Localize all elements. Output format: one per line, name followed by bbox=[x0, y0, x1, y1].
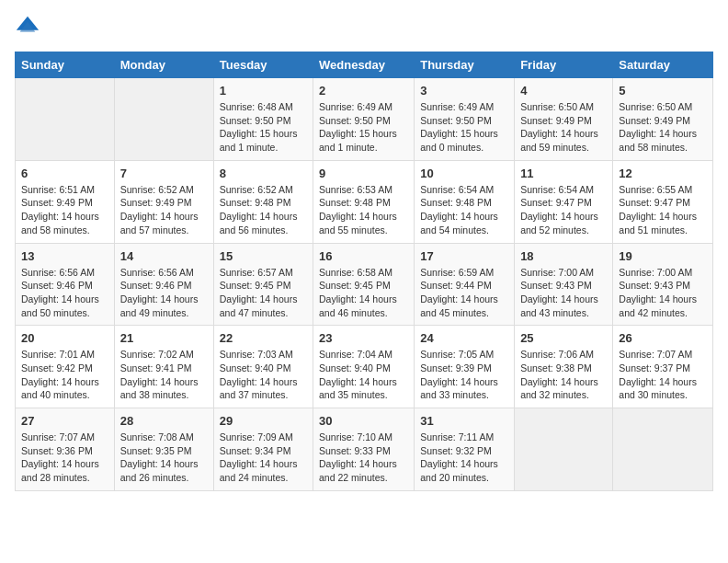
page-header bbox=[15, 15, 713, 40]
day-info: Sunrise: 6:50 AM Sunset: 9:49 PM Dayligh… bbox=[520, 100, 607, 155]
day-info: Sunrise: 7:06 AM Sunset: 9:38 PM Dayligh… bbox=[520, 348, 607, 402]
col-header-sunday: Sunday bbox=[16, 52, 115, 78]
day-info: Sunrise: 7:09 AM Sunset: 9:34 PM Dayligh… bbox=[220, 431, 307, 485]
logo-icon bbox=[15, 15, 40, 40]
calendar-week-row: 20Sunrise: 7:01 AM Sunset: 9:42 PM Dayli… bbox=[16, 326, 713, 408]
calendar-week-row: 13Sunrise: 6:56 AM Sunset: 9:46 PM Dayli… bbox=[16, 243, 713, 326]
calendar-cell: 26Sunrise: 7:07 AM Sunset: 9:37 PM Dayli… bbox=[613, 326, 713, 408]
day-info: Sunrise: 6:52 AM Sunset: 9:49 PM Dayligh… bbox=[120, 183, 208, 237]
day-info: Sunrise: 7:08 AM Sunset: 9:35 PM Dayligh… bbox=[120, 431, 208, 485]
day-info: Sunrise: 6:50 AM Sunset: 9:49 PM Dayligh… bbox=[619, 100, 707, 155]
day-number: 17 bbox=[420, 249, 508, 263]
calendar-cell bbox=[515, 408, 613, 491]
day-number: 18 bbox=[520, 249, 607, 263]
day-info: Sunrise: 7:05 AM Sunset: 9:39 PM Dayligh… bbox=[420, 348, 508, 402]
calendar-cell: 28Sunrise: 7:08 AM Sunset: 9:35 PM Dayli… bbox=[114, 408, 213, 491]
col-header-saturday: Saturday bbox=[613, 52, 713, 78]
day-info: Sunrise: 6:49 AM Sunset: 9:50 PM Dayligh… bbox=[420, 100, 508, 155]
day-info: Sunrise: 7:07 AM Sunset: 9:37 PM Dayligh… bbox=[619, 348, 707, 402]
calendar-cell: 2Sunrise: 6:49 AM Sunset: 9:50 PM Daylig… bbox=[313, 78, 415, 161]
day-info: Sunrise: 6:56 AM Sunset: 9:46 PM Dayligh… bbox=[120, 266, 208, 320]
calendar-cell: 14Sunrise: 6:56 AM Sunset: 9:46 PM Dayli… bbox=[114, 243, 213, 326]
day-number: 6 bbox=[21, 167, 108, 180]
calendar-cell: 30Sunrise: 7:10 AM Sunset: 9:33 PM Dayli… bbox=[313, 408, 415, 491]
day-number: 21 bbox=[120, 331, 208, 345]
calendar-header-row: SundayMondayTuesdayWednesdayThursdayFrid… bbox=[16, 52, 713, 78]
day-number: 28 bbox=[120, 414, 208, 428]
day-info: Sunrise: 7:10 AM Sunset: 9:33 PM Dayligh… bbox=[319, 431, 408, 485]
calendar-cell: 9Sunrise: 6:53 AM Sunset: 9:48 PM Daylig… bbox=[313, 160, 415, 243]
calendar-week-row: 1Sunrise: 6:48 AM Sunset: 9:50 PM Daylig… bbox=[16, 78, 713, 161]
calendar-week-row: 6Sunrise: 6:51 AM Sunset: 9:49 PM Daylig… bbox=[16, 160, 713, 243]
calendar-cell: 15Sunrise: 6:57 AM Sunset: 9:45 PM Dayli… bbox=[213, 243, 313, 326]
day-number: 19 bbox=[619, 249, 707, 263]
day-info: Sunrise: 7:01 AM Sunset: 9:42 PM Dayligh… bbox=[21, 348, 108, 402]
calendar-cell: 11Sunrise: 6:54 AM Sunset: 9:47 PM Dayli… bbox=[515, 160, 613, 243]
day-info: Sunrise: 7:02 AM Sunset: 9:41 PM Dayligh… bbox=[120, 348, 208, 402]
day-number: 1 bbox=[220, 84, 307, 98]
day-number: 12 bbox=[619, 167, 707, 180]
day-info: Sunrise: 6:53 AM Sunset: 9:48 PM Dayligh… bbox=[319, 183, 408, 237]
day-number: 2 bbox=[319, 84, 408, 98]
calendar-cell: 19Sunrise: 7:00 AM Sunset: 9:43 PM Dayli… bbox=[613, 243, 713, 326]
day-info: Sunrise: 6:54 AM Sunset: 9:47 PM Dayligh… bbox=[520, 183, 607, 237]
day-info: Sunrise: 7:07 AM Sunset: 9:36 PM Dayligh… bbox=[21, 431, 108, 485]
col-header-monday: Monday bbox=[114, 52, 213, 78]
day-number: 25 bbox=[520, 331, 607, 345]
day-info: Sunrise: 7:00 AM Sunset: 9:43 PM Dayligh… bbox=[619, 266, 707, 320]
calendar-cell bbox=[16, 78, 115, 161]
day-number: 7 bbox=[120, 167, 208, 180]
day-number: 29 bbox=[220, 414, 307, 428]
day-info: Sunrise: 6:52 AM Sunset: 9:48 PM Dayligh… bbox=[220, 183, 307, 237]
calendar-cell: 22Sunrise: 7:03 AM Sunset: 9:40 PM Dayli… bbox=[213, 326, 313, 408]
day-number: 14 bbox=[120, 249, 208, 263]
calendar-cell: 13Sunrise: 6:56 AM Sunset: 9:46 PM Dayli… bbox=[16, 243, 115, 326]
day-number: 27 bbox=[21, 414, 108, 428]
calendar-cell bbox=[114, 78, 213, 161]
day-number: 30 bbox=[319, 414, 408, 428]
calendar-cell: 18Sunrise: 7:00 AM Sunset: 9:43 PM Dayli… bbox=[515, 243, 613, 326]
calendar-cell: 23Sunrise: 7:04 AM Sunset: 9:40 PM Dayli… bbox=[313, 326, 415, 408]
calendar-cell: 21Sunrise: 7:02 AM Sunset: 9:41 PM Dayli… bbox=[114, 326, 213, 408]
calendar-cell: 8Sunrise: 6:52 AM Sunset: 9:48 PM Daylig… bbox=[213, 160, 313, 243]
calendar-cell: 24Sunrise: 7:05 AM Sunset: 9:39 PM Dayli… bbox=[415, 326, 515, 408]
calendar-cell: 1Sunrise: 6:48 AM Sunset: 9:50 PM Daylig… bbox=[213, 78, 313, 161]
col-header-wednesday: Wednesday bbox=[313, 52, 415, 78]
day-number: 9 bbox=[319, 167, 408, 180]
day-number: 11 bbox=[520, 167, 607, 180]
calendar-cell: 4Sunrise: 6:50 AM Sunset: 9:49 PM Daylig… bbox=[515, 78, 613, 161]
calendar-cell: 6Sunrise: 6:51 AM Sunset: 9:49 PM Daylig… bbox=[16, 160, 115, 243]
day-number: 31 bbox=[420, 414, 508, 428]
day-number: 26 bbox=[619, 331, 707, 345]
calendar-cell: 5Sunrise: 6:50 AM Sunset: 9:49 PM Daylig… bbox=[613, 78, 713, 161]
day-info: Sunrise: 7:03 AM Sunset: 9:40 PM Dayligh… bbox=[220, 348, 307, 402]
day-info: Sunrise: 6:51 AM Sunset: 9:49 PM Dayligh… bbox=[21, 183, 108, 237]
calendar-week-row: 27Sunrise: 7:07 AM Sunset: 9:36 PM Dayli… bbox=[16, 408, 713, 491]
calendar-cell: 12Sunrise: 6:55 AM Sunset: 9:47 PM Dayli… bbox=[613, 160, 713, 243]
day-number: 5 bbox=[619, 84, 707, 98]
day-number: 13 bbox=[21, 249, 108, 263]
day-info: Sunrise: 6:48 AM Sunset: 9:50 PM Dayligh… bbox=[220, 100, 307, 155]
day-info: Sunrise: 7:04 AM Sunset: 9:40 PM Dayligh… bbox=[319, 348, 408, 402]
day-number: 24 bbox=[420, 331, 508, 345]
day-info: Sunrise: 6:49 AM Sunset: 9:50 PM Dayligh… bbox=[319, 100, 408, 155]
col-header-thursday: Thursday bbox=[415, 52, 515, 78]
logo bbox=[15, 15, 44, 40]
calendar-cell: 31Sunrise: 7:11 AM Sunset: 9:32 PM Dayli… bbox=[415, 408, 515, 491]
day-info: Sunrise: 6:57 AM Sunset: 9:45 PM Dayligh… bbox=[220, 266, 307, 320]
calendar-cell: 29Sunrise: 7:09 AM Sunset: 9:34 PM Dayli… bbox=[213, 408, 313, 491]
col-header-tuesday: Tuesday bbox=[213, 52, 313, 78]
day-number: 15 bbox=[220, 249, 307, 263]
day-number: 20 bbox=[21, 331, 108, 345]
calendar-cell: 27Sunrise: 7:07 AM Sunset: 9:36 PM Dayli… bbox=[16, 408, 115, 491]
calendar-cell: 16Sunrise: 6:58 AM Sunset: 9:45 PM Dayli… bbox=[313, 243, 415, 326]
day-info: Sunrise: 6:55 AM Sunset: 9:47 PM Dayligh… bbox=[619, 183, 707, 237]
day-info: Sunrise: 7:00 AM Sunset: 9:43 PM Dayligh… bbox=[520, 266, 607, 320]
calendar-cell: 10Sunrise: 6:54 AM Sunset: 9:48 PM Dayli… bbox=[415, 160, 515, 243]
day-info: Sunrise: 6:59 AM Sunset: 9:44 PM Dayligh… bbox=[420, 266, 508, 320]
col-header-friday: Friday bbox=[515, 52, 613, 78]
calendar-cell: 3Sunrise: 6:49 AM Sunset: 9:50 PM Daylig… bbox=[415, 78, 515, 161]
day-number: 3 bbox=[420, 84, 508, 98]
calendar-cell bbox=[613, 408, 713, 491]
day-info: Sunrise: 6:58 AM Sunset: 9:45 PM Dayligh… bbox=[319, 266, 408, 320]
